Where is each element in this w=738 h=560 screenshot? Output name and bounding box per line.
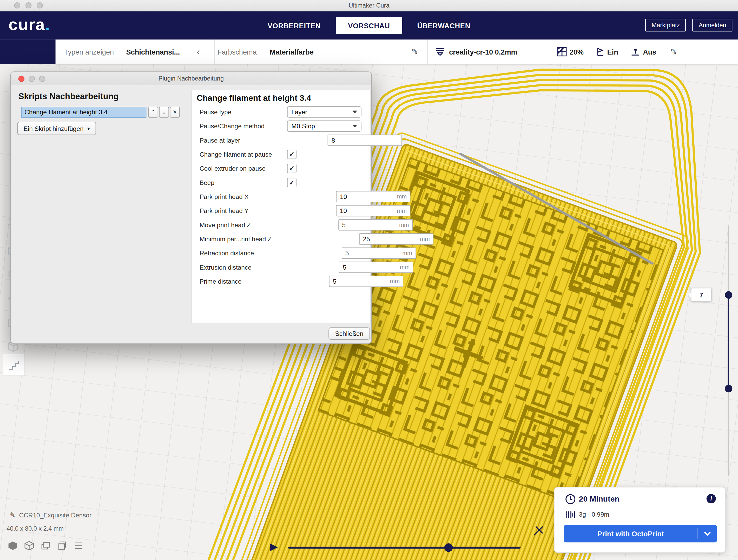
pause-type-select[interactable]: Layer [287, 106, 361, 117]
infill-value[interactable]: 20% [570, 48, 584, 56]
printer-nozzle-icon [435, 39, 445, 64]
field-label: Change filament at pause [200, 151, 272, 158]
layer-slider-range[interactable] [728, 295, 729, 389]
field-label: Pause/Change method [200, 123, 265, 130]
add-script-label: Ein Skript hinzufügen [24, 125, 84, 132]
info-icon[interactable]: i [707, 494, 716, 503]
marketplace-button[interactable]: Marktplatz [646, 19, 686, 31]
window-minimize-icon[interactable] [25, 2, 32, 9]
timeline-handle[interactable] [444, 543, 453, 552]
script-settings-title: Change filament at height 3.4 [197, 93, 311, 103]
material-spool-icon [566, 511, 576, 518]
tab-vorschau[interactable]: VORSCHAU [336, 17, 402, 34]
dialog-title: Plugin Nachbearbeitung [158, 75, 224, 82]
field-label: Move print head Z [200, 221, 251, 228]
logo-dot: . [45, 15, 50, 33]
adjust-tools-icon[interactable] [533, 525, 544, 538]
support-icon [596, 39, 605, 64]
view-type-label: Typen anzeigen [64, 48, 114, 56]
app-window: Ultimaker Cura cura. VORBEREITEN VORSCHA… [0, 0, 738, 560]
print-summary-card: 20 Minuten i 3g · 0.99m Print with OctoP… [554, 487, 726, 553]
check-icon: ✓ [289, 179, 294, 186]
move-script-up-button[interactable]: ⌃ [148, 107, 158, 118]
pencil-icon[interactable]: ✎ [411, 47, 418, 57]
object-copy-icon[interactable] [57, 541, 67, 550]
window-zoom-icon[interactable] [37, 2, 43, 9]
cool-extruder-checkbox[interactable]: ✓ [287, 164, 297, 173]
add-script-button[interactable]: Ein Skript hinzufügen ▾ [17, 122, 96, 135]
toolbar-divider [427, 39, 428, 64]
field-label: Prime distance [200, 278, 242, 285]
support-value[interactable]: Ein [607, 48, 618, 56]
unit-label: mm [399, 221, 409, 228]
model-name: CCR10_Exquisite Densor [19, 512, 91, 519]
rename-pencil-icon[interactable]: ✎ [9, 511, 15, 520]
stage-tabs: VORBEREITEN VORSCHAU ÜBERWACHEN [256, 17, 482, 34]
field-label: Extrusion distance [200, 263, 252, 270]
field-label: Pause type [200, 108, 231, 115]
select-value: M0 Stop [291, 123, 315, 130]
field-label: Cool extruder on pause [200, 165, 266, 172]
field-label: Park print head Y [200, 207, 249, 214]
print-octoprint-button[interactable]: Print with OctoPrint [564, 525, 717, 542]
object-cube-icon[interactable] [8, 541, 18, 550]
move-script-down-button[interactable]: ⌄ [159, 107, 169, 118]
chevron-down-icon [353, 111, 357, 113]
app-header: cura. VORBEREITEN VORSCHAU ÜBERWACHEN Ma… [0, 11, 738, 39]
select-value: Layer [291, 108, 307, 115]
object-group-icon[interactable] [41, 541, 51, 550]
view-type-value[interactable]: Schichtenansi... [126, 48, 180, 56]
tab-ueberwachen[interactable]: ÜBERWACHEN [405, 17, 482, 34]
close-dialog-button[interactable]: Schließen [328, 328, 370, 340]
cura-logo: cura. [9, 15, 50, 34]
pause-method-select[interactable]: M0 Stop [287, 120, 361, 132]
pencil-icon[interactable]: ✎ [670, 47, 677, 57]
dialog-titlebar[interactable]: Plugin Nachbearbeitung [11, 72, 371, 85]
window-close-icon[interactable] [14, 2, 20, 9]
printer-profile-value[interactable]: creality-cr-10 0.2mm [449, 48, 517, 56]
post-processing-dialog: Plugin Nachbearbeitung Skripts Nachbearb… [10, 71, 372, 344]
layer-slider-top-handle[interactable] [725, 291, 732, 299]
toolbar-divider [214, 39, 215, 64]
layer-slider-bottom-handle[interactable] [725, 385, 732, 393]
field-label: Retraction distance [200, 249, 254, 256]
chevron-down-icon[interactable] [698, 532, 717, 536]
field-label: Park print head X [200, 193, 249, 200]
scripts-heading: Skripts Nachbearbeitung [18, 92, 119, 101]
color-scheme-value[interactable]: Materialfarbe [270, 48, 314, 56]
object-list-icon[interactable] [73, 541, 84, 550]
color-scheme-label: Farbschema [218, 48, 257, 56]
dialog-close-icon[interactable] [18, 76, 25, 82]
adhesion-icon [631, 39, 640, 64]
layer-indicator: 7 [691, 288, 712, 302]
check-icon: ✓ [289, 165, 294, 172]
dialog-minimize-icon[interactable] [29, 76, 35, 82]
print-button-label: Print with OctoPrint [564, 530, 697, 538]
clock-icon [565, 494, 576, 505]
beep-checkbox[interactable]: ✓ [287, 178, 297, 187]
signin-button[interactable]: Anmelden [693, 19, 732, 31]
window-title: Ultimaker Cura [348, 2, 389, 9]
simulation-timeline[interactable] [288, 547, 520, 549]
dialog-zoom-icon[interactable] [39, 76, 45, 82]
header-left-block [0, 39, 56, 64]
object-cube-icon[interactable] [24, 541, 34, 550]
change-filament-checkbox[interactable]: ✓ [287, 150, 297, 159]
script-list-item[interactable]: Change filament at height 3.4 [21, 107, 146, 118]
play-button[interactable]: ▶ [270, 541, 278, 552]
unit-label: mm [402, 250, 412, 256]
pause-at-layer-input[interactable] [328, 134, 402, 146]
view-toolbar: Typen anzeigen Schichtenansi... ‹ Farbsc… [56, 39, 738, 64]
material-usage: 3g · 0.99m [579, 511, 609, 518]
layer-view-tile-icon[interactable] [3, 354, 24, 375]
remove-script-button[interactable]: ✕ [170, 107, 180, 118]
field-label: Beep [200, 179, 215, 186]
chevron-left-icon[interactable]: ‹ [197, 46, 200, 57]
unit-label: mm [397, 193, 407, 200]
check-icon: ✓ [289, 151, 294, 157]
tab-vorbereiten[interactable]: VORBEREITEN [256, 17, 333, 34]
unit-label: mm [397, 207, 407, 214]
adhesion-value[interactable]: Aus [643, 48, 656, 56]
os-titlebar: Ultimaker Cura [0, 0, 738, 11]
print-time: 20 Minuten [579, 495, 620, 503]
